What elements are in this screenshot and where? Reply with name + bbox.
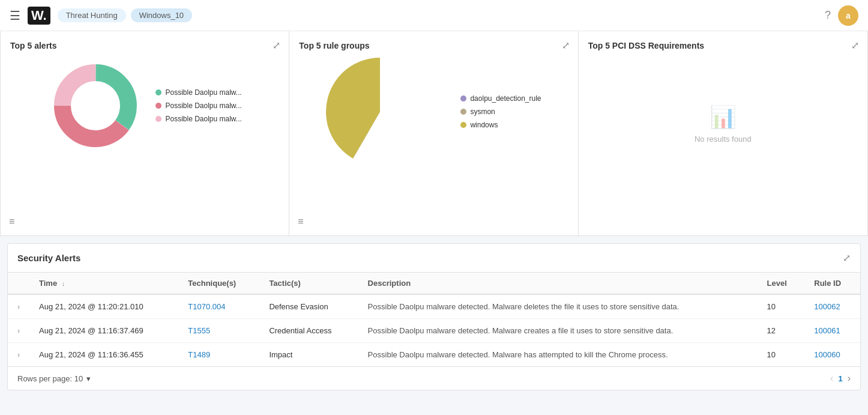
page-number-1[interactable]: 1 [838, 374, 842, 383]
col-time[interactable]: Time ↓ [29, 273, 178, 294]
row-expand-cell: › [8, 319, 29, 343]
row-expand-arrow[interactable]: › [17, 327, 20, 335]
avatar[interactable]: a [838, 5, 858, 26]
table-row: › Aug 21, 2024 @ 11:16:37.469 T1555 Cred… [8, 319, 860, 343]
table-row: › Aug 21, 2024 @ 11:16:36.455 T1489 Impa… [8, 343, 860, 367]
legend-label-rule-3: windows [470, 121, 498, 129]
row-expand-arrow[interactable]: › [17, 303, 20, 311]
row-technique[interactable]: T1555 [178, 319, 259, 343]
page-nav: ‹ 1 › [830, 373, 851, 384]
logo: W. [28, 7, 50, 25]
no-results-icon: 📊 [710, 105, 737, 130]
rule-id-link[interactable]: 100062 [814, 302, 840, 311]
table-header-row: Time ↓ Technique(s) Tactic(s) Descriptio… [8, 273, 860, 294]
col-rule-id: Rule ID [804, 273, 860, 294]
row-expand-arrow[interactable]: › [17, 351, 20, 359]
alerts-section-title: Security Alerts [17, 253, 80, 263]
legend-label-3: Possible Daolpu malw... [165, 115, 241, 123]
donut-chart: Possible Daolpu malw... Possible Daolpu … [10, 58, 279, 154]
legend-label-1: Possible Daolpu malw... [165, 88, 241, 97]
sort-icon-time: ↓ [62, 280, 65, 287]
chart1-footer-icon: ≡ [9, 216, 14, 227]
help-icon[interactable]: ? [825, 9, 831, 22]
technique-link[interactable]: T1070.004 [188, 302, 225, 311]
rows-per-page-chevron: ▾ [86, 374, 91, 383]
alerts-table: Time ↓ Technique(s) Tactic(s) Descriptio… [8, 273, 860, 366]
top5-alerts-panel: Top 5 alerts ⤢ Possible Daolpu malw... P… [1, 31, 289, 235]
row-level: 10 [758, 294, 805, 319]
legend-dot-1 [155, 89, 161, 95]
row-time: Aug 21, 2024 @ 11:20:21.010 [29, 294, 178, 319]
row-description: Possible Daolpu malware detected. Malwar… [358, 319, 758, 343]
row-rule-id[interactable]: 100060 [804, 343, 860, 367]
row-time: Aug 21, 2024 @ 11:16:36.455 [29, 343, 178, 367]
no-results-text: No results found [695, 135, 752, 144]
row-description: Possible Daolpu malware detected. Malwar… [358, 343, 758, 367]
header: ☰ W. Threat Hunting Windows_10 ? a [0, 0, 868, 31]
top5-rule-groups-panel: Top 5 rule groups ⤢ daolpu_detection_rul… [289, 31, 578, 235]
row-rule-id[interactable]: 100062 [804, 294, 860, 319]
row-technique[interactable]: T1070.004 [178, 294, 259, 319]
breadcrumb: Threat Hunting Windows_10 [58, 8, 192, 22]
rows-per-page-label: Rows per page: 10 [17, 374, 83, 383]
row-time: Aug 21, 2024 @ 11:16:37.469 [29, 319, 178, 343]
legend-item-1: Possible Daolpu malw... [155, 88, 241, 97]
legend-item-2: Possible Daolpu malw... [155, 101, 241, 110]
technique-link[interactable]: T1489 [188, 350, 210, 359]
row-description: Possible Daolpu malware detected. Malwar… [358, 294, 758, 319]
legend-dot-2 [155, 103, 161, 109]
charts-row: Top 5 alerts ⤢ Possible Daolpu malw... P… [0, 31, 868, 236]
legend-label-rule-2: sysmon [470, 108, 495, 116]
row-expand-cell: › [8, 294, 29, 319]
col-tactics: Tactic(s) [259, 273, 358, 294]
legend-label-2: Possible Daolpu malw... [165, 101, 241, 110]
expand-icon-chart2[interactable]: ⤢ [562, 40, 570, 51]
legend-dot-rule-3 [460, 122, 466, 128]
header-right: ? a [825, 5, 858, 26]
table-row: › Aug 21, 2024 @ 11:20:21.010 T1070.004 … [8, 294, 860, 319]
expand-icon-chart3[interactable]: ⤢ [851, 40, 859, 51]
alerts-header: Security Alerts ⤢ [8, 244, 860, 273]
breadcrumb-windows10[interactable]: Windows_10 [131, 8, 192, 22]
row-tactic: Credential Access [259, 319, 358, 343]
rule-id-link[interactable]: 100060 [814, 350, 840, 359]
top5-pci-dss-panel: Top 5 PCI DSS Requirements ⤢ 📊 No result… [579, 31, 867, 235]
chart2-footer-icon: ≡ [298, 216, 303, 227]
pie-svg [326, 58, 434, 166]
no-results: 📊 No results found [588, 58, 858, 190]
legend-item-rule-1: daolpu_detection_rule [460, 94, 541, 103]
top5-pci-dss-title: Top 5 PCI DSS Requirements [588, 41, 858, 50]
row-technique[interactable]: T1489 [178, 343, 259, 367]
time-col-label: Time [39, 279, 57, 288]
technique-link[interactable]: T1555 [188, 326, 210, 335]
legend-dot-rule-1 [460, 95, 466, 101]
col-expand [8, 273, 29, 294]
legend-dot-rule-2 [460, 109, 466, 115]
next-page-arrow[interactable]: › [848, 373, 851, 384]
row-level: 10 [758, 343, 805, 367]
hamburger-menu[interactable]: ☰ [10, 8, 20, 23]
expand-icon-alerts[interactable]: ⤢ [843, 252, 851, 264]
donut-svg [47, 58, 143, 154]
rows-per-page[interactable]: Rows per page: 10 ▾ [17, 374, 91, 383]
row-level: 12 [758, 319, 805, 343]
row-tactic: Defense Evasion [259, 294, 358, 319]
top5-alerts-title: Top 5 alerts [10, 41, 279, 50]
col-techniques: Technique(s) [178, 273, 259, 294]
rule-id-link[interactable]: 100061 [814, 326, 840, 335]
top5-rule-groups-title: Top 5 rule groups [299, 41, 568, 50]
breadcrumb-threat-hunting[interactable]: Threat Hunting [58, 8, 126, 22]
row-rule-id[interactable]: 100061 [804, 319, 860, 343]
security-alerts-section: Security Alerts ⤢ Time ↓ Technique(s) Ta… [7, 243, 861, 390]
legend-label-rule-1: daolpu_detection_rule [470, 94, 541, 103]
chart1-legend: Possible Daolpu malw... Possible Daolpu … [155, 88, 241, 123]
col-level: Level [758, 273, 805, 294]
prev-page-arrow[interactable]: ‹ [830, 373, 833, 384]
chart2-legend: daolpu_detection_rule sysmon windows [460, 94, 541, 129]
legend-item-rule-2: sysmon [460, 108, 541, 116]
legend-item-3: Possible Daolpu malw... [155, 115, 241, 123]
legend-item-rule-3: windows [460, 121, 541, 129]
row-tactic: Impact [259, 343, 358, 367]
row-expand-cell: › [8, 343, 29, 367]
expand-icon-chart1[interactable]: ⤢ [273, 40, 280, 51]
